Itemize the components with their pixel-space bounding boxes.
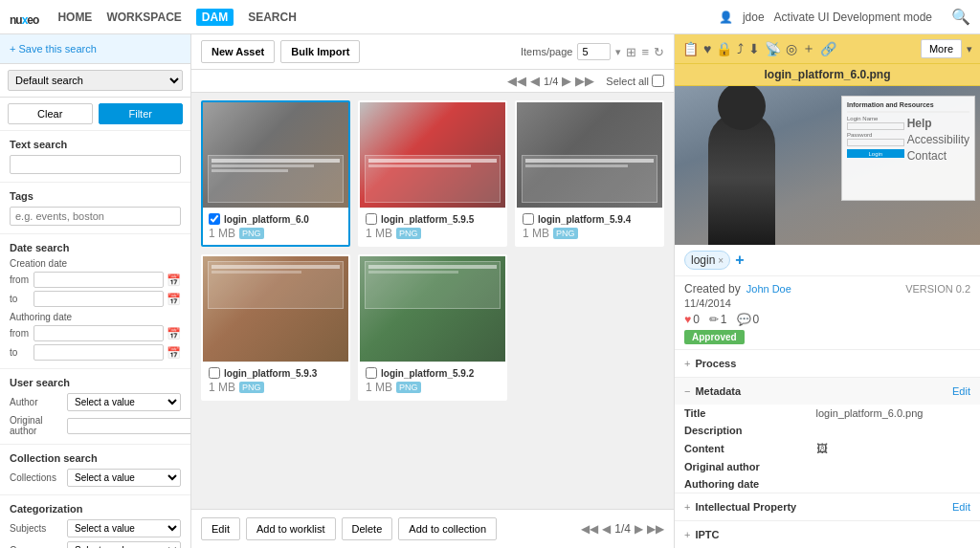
metadata-edit-link[interactable]: Edit bbox=[952, 385, 970, 397]
dev-mode-link[interactable]: Activate UI Development mode bbox=[774, 11, 932, 24]
asset-checkbox-0[interactable] bbox=[209, 213, 220, 225]
asset-card-2[interactable]: login_platform_5.9.4 1 MB PNG bbox=[515, 100, 664, 247]
asset-info-2: login_platform_5.9.4 1 MB PNG bbox=[517, 208, 662, 245]
nav-search[interactable]: SEARCH bbox=[248, 11, 297, 24]
authoring-from-input[interactable] bbox=[33, 325, 164, 341]
link-icon[interactable]: 🔗 bbox=[820, 41, 836, 56]
asset-card-3[interactable]: login_platform_5.9.3 1 MB PNG bbox=[201, 254, 350, 401]
asset-badge-1: PNG bbox=[396, 228, 421, 239]
creation-from-input[interactable] bbox=[33, 272, 164, 288]
asset-grid: login_platform_6.0 1 MB PNG bbox=[191, 93, 674, 509]
download-icon[interactable]: ⬇ bbox=[748, 41, 760, 56]
calendar-icon-4[interactable]: 📅 bbox=[167, 346, 181, 360]
next-page-icon[interactable]: ▶ bbox=[562, 74, 571, 88]
asset-checkbox-4[interactable] bbox=[366, 367, 377, 379]
coverage-select[interactable]: Select a value bbox=[67, 541, 181, 548]
calendar-icon-1[interactable]: 📅 bbox=[167, 274, 181, 287]
list-view-icon[interactable]: ≡ bbox=[641, 45, 649, 59]
table-row: Content 🖼 bbox=[675, 439, 980, 458]
collections-label: Collections bbox=[10, 472, 62, 483]
bulk-import-button[interactable]: Bulk Import bbox=[280, 40, 360, 63]
creation-to-input[interactable] bbox=[33, 291, 164, 307]
text-search-section: Text search bbox=[0, 131, 190, 183]
filter-button[interactable]: Filter bbox=[99, 103, 184, 124]
user-search-title: User search bbox=[10, 377, 181, 388]
asset-name-2: login_platform_5.9.4 bbox=[538, 214, 631, 225]
share-icon[interactable]: ⤴ bbox=[737, 41, 744, 56]
select-all-checkbox[interactable] bbox=[652, 75, 664, 87]
collections-select[interactable]: Select a value bbox=[67, 469, 181, 487]
nav-home[interactable]: HOME bbox=[57, 11, 92, 24]
asset-card-4[interactable]: login_platform_5.9.2 1 MB PNG bbox=[358, 254, 507, 401]
more-chevron-icon[interactable]: ▾ bbox=[967, 43, 972, 55]
asset-badge-4: PNG bbox=[396, 382, 421, 393]
eye-icon[interactable]: ◎ bbox=[786, 41, 797, 56]
tag-chip-remove[interactable]: × bbox=[718, 255, 724, 266]
add-collection-button[interactable]: Add to collection bbox=[398, 517, 497, 540]
asset-card-0[interactable]: login_platform_6.0 1 MB PNG bbox=[201, 100, 350, 247]
nav-dam[interactable]: DAM bbox=[196, 9, 234, 26]
logo[interactable]: nuxeo bbox=[10, 5, 38, 30]
author-select[interactable]: Select a value bbox=[67, 393, 181, 411]
wifi-icon[interactable]: 📡 bbox=[765, 41, 781, 56]
ip-section-header[interactable]: + Intellectual Property Edit bbox=[675, 493, 980, 520]
meta-date: 11/4/2014 bbox=[684, 297, 970, 309]
more-button[interactable]: More bbox=[921, 39, 962, 58]
items-per-page-input[interactable] bbox=[577, 43, 611, 60]
book-icon[interactable]: 📋 bbox=[682, 41, 699, 56]
tags-input[interactable] bbox=[10, 207, 181, 226]
authoring-to-input[interactable] bbox=[33, 344, 164, 361]
author-link[interactable]: John Doe bbox=[746, 283, 791, 295]
iptc-expand-icon: + bbox=[684, 529, 690, 540]
nav-workspace[interactable]: WORKSPACE bbox=[106, 11, 181, 24]
asset-info-1: login_platform_5.9.5 1 MB PNG bbox=[360, 208, 505, 245]
asset-checkbox-1[interactable] bbox=[366, 213, 377, 225]
lock-icon[interactable]: 🔒 bbox=[716, 41, 732, 56]
bottom-last-icon[interactable]: ▶▶ bbox=[647, 522, 664, 536]
prev-page-icon[interactable]: ◀ bbox=[530, 74, 540, 88]
last-page-icon[interactable]: ▶▶ bbox=[575, 74, 594, 88]
nav-links: HOME WORKSPACE DAM SEARCH bbox=[57, 9, 296, 26]
save-search-link[interactable]: + Save this search bbox=[10, 43, 97, 55]
asset-info-3: login_platform_5.9.3 1 MB PNG bbox=[203, 362, 348, 399]
clear-button[interactable]: Clear bbox=[8, 103, 93, 124]
iptc-section-header[interactable]: + IPTC bbox=[675, 521, 980, 548]
annotations-stat: 💬 0 bbox=[737, 313, 760, 326]
text-search-input[interactable] bbox=[10, 155, 181, 174]
calendar-icon-2[interactable]: 📅 bbox=[167, 293, 181, 306]
add-worklist-button[interactable]: Add to worklist bbox=[246, 517, 336, 540]
search-type-select[interactable]: Default search bbox=[8, 70, 183, 91]
nav-user-area: 👤 jdoe Activate UI Development mode 🔍 bbox=[719, 8, 970, 26]
bottom-prev-icon[interactable]: ◀ bbox=[602, 522, 611, 536]
asset-size-3: 1 MB bbox=[209, 381, 235, 394]
items-chevron[interactable]: ▾ bbox=[615, 46, 621, 58]
created-by-text: Created by John Doe bbox=[684, 282, 791, 296]
original-author-input[interactable] bbox=[67, 418, 191, 434]
original-author-label: Original author bbox=[10, 415, 62, 436]
asset-card-1[interactable]: login_platform_5.9.5 1 MB PNG bbox=[358, 100, 507, 247]
refresh-icon[interactable]: ↻ bbox=[654, 45, 664, 59]
asset-thumb-4 bbox=[360, 256, 505, 362]
process-section-header[interactable]: + Process bbox=[675, 350, 980, 377]
delete-button[interactable]: Delete bbox=[342, 517, 393, 540]
grid-view-icon[interactable]: ⊞ bbox=[626, 45, 636, 59]
asset-checkbox-2[interactable] bbox=[523, 213, 534, 225]
bottom-next-icon[interactable]: ▶ bbox=[635, 522, 643, 536]
tag-add-button[interactable]: + bbox=[735, 252, 744, 268]
asset-checkbox-3[interactable] bbox=[209, 367, 220, 379]
metadata-section-header[interactable]: − Metadata Edit bbox=[675, 378, 980, 405]
calendar-icon-3[interactable]: 📅 bbox=[167, 327, 181, 340]
bottom-first-icon[interactable]: ◀◀ bbox=[581, 522, 598, 536]
new-asset-button[interactable]: New Asset bbox=[201, 40, 275, 63]
table-row: Authoring date bbox=[675, 475, 980, 493]
heart-icon[interactable]: ♥ bbox=[703, 41, 711, 56]
edit-button[interactable]: Edit bbox=[201, 517, 240, 540]
user-link[interactable]: jdoe bbox=[743, 11, 765, 24]
first-page-icon[interactable]: ◀◀ bbox=[507, 74, 526, 88]
search-icon-top[interactable]: 🔍 bbox=[951, 8, 970, 26]
ip-edit-link[interactable]: Edit bbox=[952, 501, 970, 513]
ip-section: + Intellectual Property Edit bbox=[675, 493, 980, 521]
plus-icon[interactable]: ＋ bbox=[802, 40, 815, 57]
preview-image-area: Information and Resources Login Name Pas… bbox=[675, 86, 980, 245]
subjects-select[interactable]: Select a value bbox=[67, 519, 181, 537]
